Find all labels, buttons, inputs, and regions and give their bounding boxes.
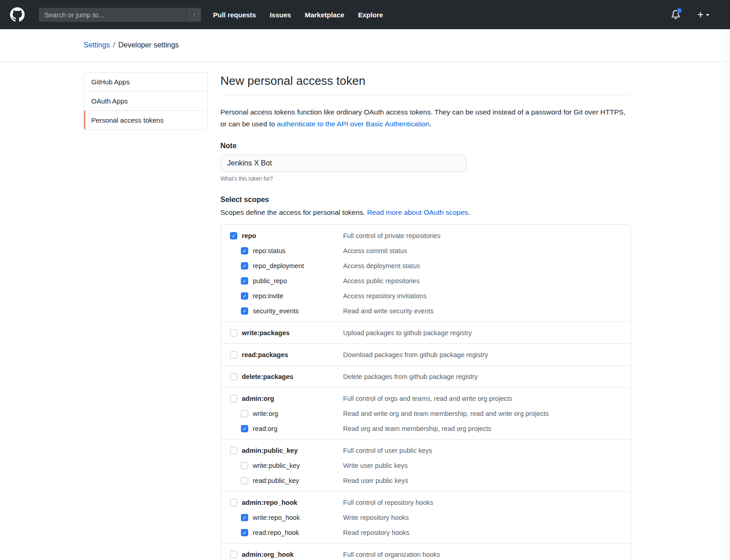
scope-name: write:packages	[242, 328, 290, 338]
scopes-list: ✓repoFull control of private repositorie…	[220, 224, 631, 560]
scope-label-cell: write:public_key	[241, 461, 343, 471]
checkbox-admin:repo_hook[interactable]	[230, 499, 237, 506]
checkbox-repo:status[interactable]: ✓	[241, 247, 248, 254]
breadcrumb-current: Developer settings	[118, 41, 179, 49]
vertical-scrollbar[interactable]	[726, 29, 730, 560]
oauth-scopes-link[interactable]: Read more about OAuth scopes.	[367, 208, 470, 216]
checkbox-delete:packages[interactable]	[230, 373, 237, 380]
sidebar-item-github-apps[interactable]: GitHub Apps	[84, 73, 207, 92]
search-box: /	[39, 8, 201, 22]
scope-description: Read and write org and team membership, …	[343, 409, 549, 419]
scope-description: Access repository invitations	[343, 291, 427, 301]
scope-description: Download packages from github package re…	[343, 350, 488, 360]
caret-down-icon	[706, 14, 709, 16]
scope-row-admin:org_hook: admin:org_hookFull control of organizati…	[230, 550, 621, 560]
scope-label-cell: ✓public_repo	[241, 276, 343, 286]
scope-label-cell: ✓read:repo_hook	[241, 528, 343, 538]
top-nav: Pull requestsIssuesMarketplaceExplore	[213, 11, 397, 19]
scope-label-cell: ✓read:org	[241, 424, 343, 434]
slash-hotkey-badge: /	[189, 10, 199, 20]
basic-auth-link[interactable]: authenticate to the API over Basic Authe…	[277, 120, 429, 128]
checkbox-write:org[interactable]	[241, 410, 248, 417]
sidebar-item-personal-access-tokens[interactable]: Personal access tokens	[84, 111, 207, 130]
scope-label-cell: ✓repo:status	[241, 246, 343, 256]
plus-icon: +	[698, 10, 704, 19]
scope-row-repo:invite: ✓repo:inviteAccess repository invitation…	[241, 291, 621, 301]
scope-name: read:public_key	[253, 476, 299, 486]
scope-description: Write repository hooks	[343, 513, 409, 523]
scope-description: Write user public keys	[343, 461, 408, 471]
scope-label-cell: write:packages	[230, 328, 343, 338]
scope-name: admin:org_hook	[242, 550, 294, 560]
checkbox-write:public_key[interactable]	[241, 462, 248, 469]
checkbox-admin:public_key[interactable]	[230, 447, 237, 454]
checkbox-write:packages[interactable]	[230, 329, 237, 337]
checkbox-repo[interactable]: ✓	[230, 232, 237, 239]
page: / Pull requestsIssuesMarketplaceExplore …	[0, 0, 730, 560]
scope-label-cell: ✓repo:invite	[241, 291, 343, 301]
github-mark-icon[interactable]	[10, 7, 25, 22]
scope-description: Read and write security events	[343, 306, 433, 316]
create-new-button[interactable]: +	[698, 10, 709, 19]
intro-paragraph: Personal access tokens function like ord…	[220, 106, 631, 130]
scope-label-cell: admin:org_hook	[230, 550, 343, 560]
nav-link-explore[interactable]: Explore	[358, 11, 383, 19]
checkbox-admin:org_hook[interactable]	[230, 551, 237, 558]
checkbox-repo_deployment[interactable]: ✓	[241, 262, 248, 270]
scope-row-read:repo_hook: ✓read:repo_hookRead repository hooks	[241, 528, 621, 538]
sidebar-item-oauth-apps[interactable]: OAuth Apps	[84, 92, 207, 111]
scope-label-cell: ✓repo	[230, 231, 343, 241]
scope-description: Access public repositories	[343, 276, 420, 286]
scope-row-read:org: ✓read:orgRead org and team membership, r…	[241, 424, 621, 434]
scopes-description: Scopes define the access for personal to…	[220, 208, 631, 217]
checkbox-security_events[interactable]: ✓	[241, 307, 248, 315]
checkbox-read:org[interactable]: ✓	[241, 425, 248, 432]
scope-description: Read repository hooks	[343, 528, 409, 538]
note-help-text: What’s this token for?	[220, 176, 631, 182]
scope-group-delete:packages: delete:packagesDelete packages from gith…	[221, 365, 631, 387]
scope-group-admin:repo_hook: admin:repo_hookFull control of repositor…	[221, 491, 631, 543]
scope-label-cell: admin:public_key	[230, 446, 343, 456]
nav-link-issues[interactable]: Issues	[270, 11, 291, 19]
scope-row-admin:org: admin:orgFull control of orgs and teams,…	[230, 394, 621, 404]
checkbox-read:repo_hook[interactable]: ✓	[241, 529, 248, 536]
note-label: Note	[220, 142, 631, 150]
scopes-description-text: Scopes define the access for personal to…	[220, 208, 367, 216]
checkbox-public_repo[interactable]: ✓	[241, 277, 248, 285]
scope-row-write:public_key: write:public_keyWrite user public keys	[241, 461, 621, 471]
scope-row-write:packages: write:packagesUpload packages to github …	[230, 328, 621, 338]
scope-row-admin:repo_hook: admin:repo_hookFull control of repositor…	[230, 498, 621, 508]
scope-description: Access deployment status	[343, 261, 420, 271]
scope-description: Full control of user public keys	[343, 446, 432, 456]
scope-description: Full control of organization hooks	[343, 550, 440, 560]
scope-description: Upload packages to github package regist…	[343, 328, 472, 338]
main-panel: New personal access token Personal acces…	[220, 72, 631, 560]
scope-label-cell: read:public_key	[241, 476, 343, 486]
scope-row-admin:public_key: admin:public_keyFull control of user pub…	[230, 446, 621, 456]
scope-row-repo_deployment: ✓repo_deploymentAccess deployment status	[241, 261, 621, 271]
checkbox-repo:invite[interactable]: ✓	[241, 292, 248, 300]
nav-link-pull-requests[interactable]: Pull requests	[213, 11, 256, 19]
checkbox-admin:org[interactable]	[230, 395, 237, 402]
scope-name: public_repo	[253, 276, 287, 286]
header: / Pull requestsIssuesMarketplaceExplore …	[0, 0, 730, 29]
scope-description: Full control of orgs and teams, read and…	[343, 394, 512, 404]
scope-row-read:packages: read:packagesDownload packages from gith…	[230, 350, 621, 360]
nav-link-marketplace[interactable]: Marketplace	[305, 11, 344, 19]
scope-name: admin:repo_hook	[242, 498, 297, 508]
content: GitHub AppsOAuth AppsPersonal access tok…	[0, 62, 730, 560]
page-title: New personal access token	[220, 74, 631, 88]
scope-name: read:org	[253, 424, 277, 434]
scope-name: admin:public_key	[242, 446, 297, 456]
notifications-button[interactable]	[671, 10, 680, 19]
scope-name: admin:org	[242, 394, 274, 404]
breadcrumb-settings-link[interactable]: Settings	[83, 41, 110, 49]
search-input[interactable]	[39, 11, 201, 19]
note-input[interactable]	[220, 155, 466, 172]
scope-name: repo	[242, 231, 256, 241]
scope-label-cell: ✓repo_deployment	[241, 261, 343, 271]
checkbox-read:public_key[interactable]	[241, 477, 248, 484]
checkbox-write:repo_hook[interactable]: ✓	[241, 514, 248, 521]
checkbox-read:packages[interactable]	[230, 351, 237, 358]
scope-row-read:public_key: read:public_keyRead user public keys	[241, 476, 621, 486]
